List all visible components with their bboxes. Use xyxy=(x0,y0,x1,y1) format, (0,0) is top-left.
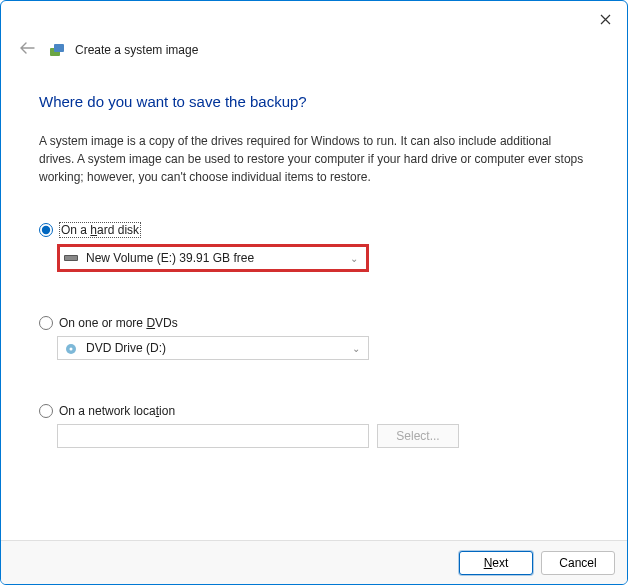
radio-hard-disk[interactable] xyxy=(39,223,53,237)
radio-dvd[interactable] xyxy=(39,316,53,330)
cancel-button[interactable]: Cancel xyxy=(541,551,615,575)
option-network: On a network location Select... xyxy=(39,404,589,448)
svg-point-5 xyxy=(70,348,73,351)
network-select-button: Select... xyxy=(377,424,459,448)
dvd-drive-icon xyxy=(64,343,78,353)
option-hard-disk: On a hard disk New Volume (E:) 39.91 GB … xyxy=(39,222,589,272)
wizard-icon xyxy=(49,42,65,58)
next-button[interactable]: Next xyxy=(459,551,533,575)
back-button xyxy=(15,39,39,61)
back-arrow-icon xyxy=(19,41,35,55)
dvd-dropdown[interactable]: DVD Drive (D:) ⌄ xyxy=(57,336,369,360)
hard-disk-selected: New Volume (E:) 39.91 GB free xyxy=(86,251,254,265)
page-description: A system image is a copy of the drives r… xyxy=(39,132,589,186)
radio-dvd-label: On one or more DVDs xyxy=(59,316,178,330)
close-button[interactable] xyxy=(595,9,615,29)
network-path-input[interactable] xyxy=(57,424,369,448)
content-area: Where do you want to save the backup? A … xyxy=(1,69,627,448)
window-title: Create a system image xyxy=(75,43,198,57)
chevron-down-icon: ⌄ xyxy=(350,253,358,264)
page-heading: Where do you want to save the backup? xyxy=(39,93,589,110)
dvd-selected: DVD Drive (D:) xyxy=(86,341,166,355)
radio-hard-disk-label: On a hard disk xyxy=(59,222,141,238)
hard-disk-dropdown[interactable]: New Volume (E:) 39.91 GB free ⌄ xyxy=(57,244,369,272)
radio-network[interactable] xyxy=(39,404,53,418)
hard-drive-icon xyxy=(64,253,78,263)
titlebar: Create a system image xyxy=(1,1,627,69)
radio-network-label: On a network location xyxy=(59,404,175,418)
footer: Next Cancel xyxy=(1,540,627,584)
svg-rect-3 xyxy=(65,256,77,260)
chevron-down-icon: ⌄ xyxy=(352,343,360,354)
option-dvd: On one or more DVDs DVD Drive (D:) ⌄ xyxy=(39,316,589,360)
close-icon xyxy=(600,14,611,25)
svg-rect-1 xyxy=(54,44,64,52)
